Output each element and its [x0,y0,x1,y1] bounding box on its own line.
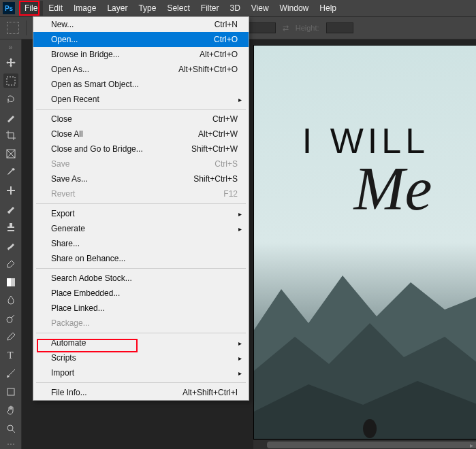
tool-frame[interactable] [3,147,18,161]
swap-icon[interactable]: ⇄ [283,24,289,33]
menu-item-label: Close and Go to Bridge... [51,144,143,154]
tool-move[interactable] [3,55,18,69]
menu-window[interactable]: Window [274,1,315,16]
menu-item-open-recent[interactable]: Open Recent▸ [33,92,249,107]
menu-item-close-and-go-to-bridge[interactable]: Close and Go to Bridge...Shift+Ctrl+W [33,142,249,156]
toolbar-more-icon[interactable]: ⋯ [7,439,15,449]
svg-point-8 [363,419,377,438]
tool-heal[interactable] [3,184,18,198]
width-input[interactable] [249,22,276,33]
tool-eraser[interactable] [3,256,18,271]
menu-item-place-linked[interactable]: Place Linked... [33,301,249,316]
menu-item-automate[interactable]: Automate▸ [33,335,249,350]
menu-item-label: Close All [51,129,83,139]
menu-item-close[interactable]: CloseCtrl+W [33,112,249,127]
toolbar-collapse-icon[interactable]: » [9,44,13,51]
menu-item-label: Share on Behance... [51,254,125,263]
menu-item-package: Package... [33,316,249,331]
menu-filter[interactable]: Filter [195,1,225,16]
menu-item-file-info[interactable]: File Info...Alt+Shift+Ctrl+I [33,385,249,400]
menu-item-shortcut: Ctrl+O [214,35,238,44]
menu-item-save-as[interactable]: Save As...Shift+Ctrl+S [33,171,249,186]
menu-item-scripts[interactable]: Scripts▸ [33,350,249,365]
menu-item-label: Browse in Bridge... [51,50,120,59]
menu-item-export[interactable]: Export▸ [33,206,249,221]
tool-gradient[interactable] [3,275,18,289]
menu-separator [36,333,246,333]
menu-separator [36,382,246,383]
menu-item-label: Save [51,159,69,169]
menu-item-label: Generate [51,224,85,233]
menu-select[interactable]: Select [161,1,195,16]
tool-pen[interactable] [3,330,18,344]
menu-image[interactable]: Image [68,1,101,16]
menu-item-share[interactable]: Share... [33,236,249,251]
menu-item-label: Scripts [51,353,76,363]
menu-item-label: Import [51,368,74,378]
menu-item-shortcut: Alt+Shift+Ctrl+O [178,65,238,74]
menu-edit[interactable]: Edit [43,1,68,16]
document-canvas[interactable]: I WILL Me [253,45,476,439]
horizontal-scrollbar[interactable]: ▸ [253,439,476,449]
tool-lasso[interactable] [3,92,18,106]
menu-item-place-embedded[interactable]: Place Embedded... [33,286,249,301]
menu-file[interactable]: File [19,1,43,16]
menu-item-open-as-smart-object[interactable]: Open as Smart Object... [33,77,249,92]
menu-item-share-on-behance[interactable]: Share on Behance... [33,251,249,266]
tool-crop[interactable] [3,129,18,143]
scrollbar-thumb[interactable] [267,442,476,448]
tool-eyedropper[interactable] [3,165,18,180]
submenu-arrow-icon: ▸ [238,354,242,362]
menu-type[interactable]: Type [133,1,161,16]
menu-item-generate[interactable]: Generate▸ [33,221,249,236]
menu-item-shortcut: Alt+Ctrl+O [200,50,238,59]
submenu-arrow-icon: ▸ [238,96,242,103]
tool-dodge[interactable] [3,312,18,326]
menu-item-open-as[interactable]: Open As...Alt+Shift+Ctrl+O [33,62,249,77]
tool-marquee[interactable] [3,73,18,88]
menu-view[interactable]: View [246,1,274,16]
scrollbar-arrow-right-icon[interactable]: ▸ [466,440,476,449]
tool-shape[interactable] [3,384,18,399]
tool-hand[interactable] [3,403,18,417]
tool-history[interactable] [3,238,18,252]
tool-stamp[interactable] [3,220,18,234]
submenu-arrow-icon: ▸ [238,339,242,347]
menu-item-shortcut: Ctrl+S [215,159,238,169]
menu-separator [36,203,246,204]
menu-item-label: Open... [51,35,78,44]
tool-type[interactable]: T [3,348,18,363]
menu-item-label: Place Embedded... [51,288,120,298]
menu-item-label: Package... [51,318,90,328]
menu-item-search-adobe-stock[interactable]: Search Adobe Stock... [33,271,249,286]
menu-item-label: Share... [51,239,80,248]
submenu-arrow-icon: ▸ [238,225,242,233]
tool-brush[interactable] [3,202,18,216]
menu-item-shortcut: Shift+Ctrl+W [191,144,238,154]
menu-item-label: Close [51,114,72,124]
menu-item-label: Open Recent [51,95,99,104]
menu-item-open[interactable]: Open...Ctrl+O [33,32,249,47]
menu-help[interactable]: Help [314,1,342,16]
menu-item-import[interactable]: Import▸ [33,365,249,380]
tool-path[interactable] [3,367,18,381]
menu-item-shortcut: Alt+Shift+Ctrl+I [183,388,238,397]
menubar: Ps FileEditImageLayerTypeSelectFilter3DV… [0,0,476,16]
menu-item-new[interactable]: New...Ctrl+N [33,17,249,32]
height-input[interactable] [326,22,353,33]
menu-item-label: Export [51,209,75,218]
menu-item-close-all[interactable]: Close AllAlt+Ctrl+W [33,127,249,142]
tool-zoom[interactable] [3,421,18,435]
menu-layer[interactable]: Layer [101,1,133,16]
menu-item-label: Revert [51,189,75,199]
menu-item-label: Search Adobe Stock... [51,273,132,283]
svg-rect-0 [7,77,15,85]
menu-3d[interactable]: 3D [224,1,245,16]
tool-blur[interactable] [3,293,18,307]
menu-item-browse-in-bridge[interactable]: Browse in Bridge...Alt+Ctrl+O [33,47,249,62]
separator [26,20,27,35]
tool-wand[interactable] [3,110,18,124]
menu-item-label: Open As... [51,65,89,74]
menu-item-label: File Info... [51,388,87,397]
menubar-items: FileEditImageLayerTypeSelectFilter3DView… [19,1,342,16]
